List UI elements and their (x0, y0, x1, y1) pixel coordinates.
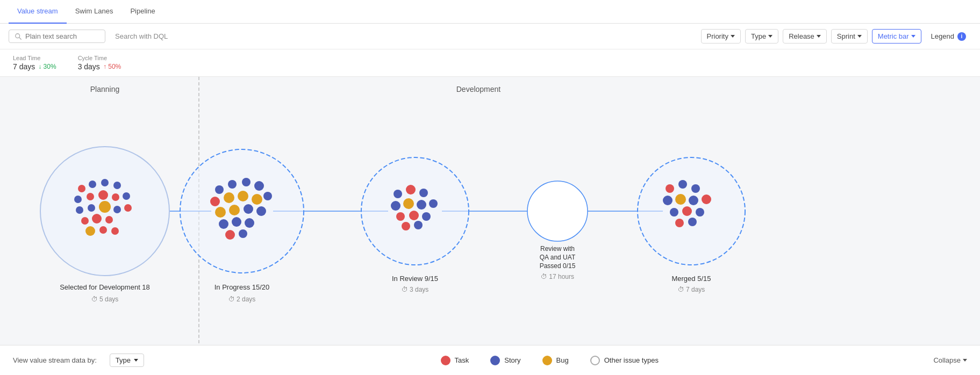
legend-button[interactable]: Legend i (926, 30, 971, 44)
svg-point-55 (391, 201, 400, 211)
metric-bar-button[interactable]: Metric bar (872, 29, 921, 44)
plain-text-search-wrap[interactable] (9, 30, 105, 43)
bottom-bar: View value stream data by: Type Task Sto… (0, 345, 980, 375)
svg-point-62 (402, 222, 410, 230)
svg-point-21 (112, 193, 119, 201)
svg-text:QA and UAT: QA and UAT (540, 254, 576, 261)
type-filter[interactable]: Type (745, 29, 778, 44)
svg-point-13 (638, 157, 745, 265)
svg-point-9 (40, 147, 169, 276)
svg-point-56 (403, 198, 414, 209)
cycle-time-value: 3 days (78, 62, 100, 71)
svg-point-28 (81, 217, 89, 225)
svg-point-24 (88, 204, 95, 212)
svg-point-25 (99, 201, 111, 213)
chevron-down-icon (963, 359, 967, 362)
collapse-button[interactable]: Collapse (933, 356, 967, 364)
svg-text:In Review 9/15: In Review 9/15 (392, 275, 438, 283)
other-dot (590, 356, 600, 365)
svg-point-50 (225, 230, 235, 240)
svg-point-36 (242, 178, 251, 186)
search-icon (15, 33, 22, 40)
svg-point-52 (394, 190, 402, 198)
canvas-svg: Planning Development (0, 77, 980, 345)
dql-search-label[interactable]: Search with DQL (110, 30, 173, 42)
svg-point-73 (696, 208, 704, 217)
svg-point-40 (238, 191, 248, 201)
svg-point-46 (256, 206, 266, 216)
svg-point-71 (670, 208, 678, 217)
svg-point-15 (89, 181, 96, 188)
svg-point-22 (123, 192, 130, 200)
chevron-down-icon (911, 35, 915, 38)
priority-filter[interactable]: Priority (701, 29, 741, 44)
svg-point-75 (688, 218, 697, 226)
legend-item-other: Other issue types (590, 356, 659, 365)
svg-point-69 (689, 196, 698, 205)
svg-point-12 (527, 181, 588, 241)
legend-item-bug: Bug (542, 356, 569, 365)
cycle-time-metric: Cycle Time 3 days ↑ 50% (78, 55, 121, 71)
svg-point-30 (105, 216, 113, 223)
sprint-filter[interactable]: Sprint (831, 29, 868, 44)
svg-text:⏱ 7 days: ⏱ 7 days (678, 286, 705, 293)
svg-point-38 (210, 197, 220, 206)
svg-point-61 (422, 212, 431, 221)
plain-text-search-input[interactable] (25, 32, 95, 40)
lead-time-value: 7 days (13, 62, 35, 71)
info-icon: i (957, 32, 966, 41)
svg-point-16 (101, 179, 109, 186)
tab-pipeline[interactable]: Pipeline (121, 0, 163, 24)
svg-point-17 (113, 182, 121, 189)
lead-time-pct: ↓ 30% (38, 63, 56, 70)
chevron-down-icon (731, 35, 735, 38)
task-dot (441, 356, 450, 365)
svg-point-63 (414, 221, 423, 229)
metrics-row: Lead Time 7 days ↓ 30% Cycle Time 3 days… (0, 49, 980, 77)
cycle-time-label: Cycle Time (78, 55, 121, 61)
tab-value-stream[interactable]: Value stream (9, 0, 67, 24)
cycle-time-pct: ↑ 50% (103, 63, 121, 70)
story-label: Story (504, 356, 520, 364)
svg-point-45 (244, 204, 253, 214)
svg-text:⏱ 3 days: ⏱ 3 days (402, 286, 429, 293)
svg-point-67 (663, 196, 673, 205)
svg-text:Selected for Development 18: Selected for Development 18 (60, 283, 150, 291)
tab-swim-lanes[interactable]: Swim Lanes (67, 0, 122, 24)
svg-point-37 (254, 181, 264, 191)
bug-dot (542, 356, 552, 365)
svg-text:⏱ 2 days: ⏱ 2 days (228, 295, 256, 303)
svg-point-32 (99, 226, 107, 234)
svg-point-34 (215, 185, 224, 194)
app-layout: Value stream Swim Lanes Pipeline Search … (0, 0, 980, 375)
svg-point-74 (675, 219, 684, 227)
svg-point-11 (361, 157, 469, 265)
svg-point-54 (419, 189, 428, 197)
svg-point-29 (92, 214, 102, 223)
main-canvas: Planning Development (0, 77, 980, 345)
svg-text:In Progress 15/20: In Progress 15/20 (214, 283, 270, 291)
svg-text:Merged 5/15: Merged 5/15 (671, 275, 711, 283)
release-filter[interactable]: Release (783, 29, 827, 44)
svg-text:Development: Development (456, 85, 501, 93)
task-label: Task (455, 356, 469, 364)
svg-point-35 (228, 180, 237, 189)
svg-point-43 (215, 207, 226, 218)
chevron-down-icon (817, 35, 821, 38)
svg-line-1 (19, 37, 22, 39)
svg-point-70 (702, 194, 711, 204)
svg-point-47 (219, 219, 228, 229)
svg-point-26 (113, 206, 121, 213)
svg-point-59 (396, 212, 405, 221)
view-by-label: View value stream data by: (13, 356, 97, 364)
view-by-select[interactable]: Type (110, 354, 144, 367)
filter-bar: Search with DQL Priority Type Release Sp… (0, 24, 980, 49)
chevron-down-icon (857, 35, 862, 38)
svg-point-48 (232, 217, 241, 227)
svg-point-10 (180, 149, 304, 273)
svg-point-51 (239, 229, 247, 238)
svg-point-68 (675, 194, 686, 205)
legend-item-story: Story (490, 356, 520, 365)
svg-point-57 (417, 200, 426, 210)
svg-point-72 (682, 206, 692, 216)
